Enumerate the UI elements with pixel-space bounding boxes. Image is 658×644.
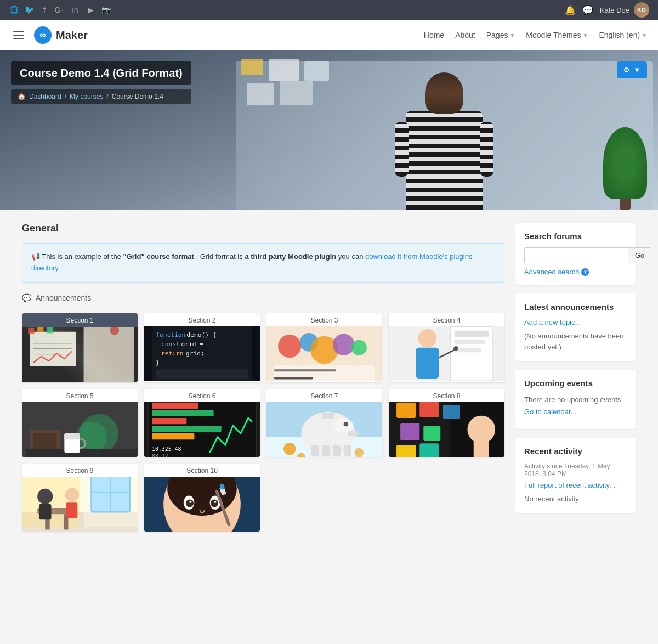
megaphone-icon: 📢	[31, 252, 40, 261]
logo[interactable]: ∞ Maker	[34, 26, 88, 44]
facebook-icon[interactable]: f	[39, 5, 49, 15]
breadcrumb: 🏠 Dashboard / My courses / Course Demo 1…	[11, 89, 191, 104]
advanced-search-label: Advanced search	[524, 268, 579, 276]
section-card-8[interactable]: Section 8	[389, 389, 504, 457]
nav-home[interactable]: Home	[424, 31, 444, 39]
info-icon: ?	[581, 268, 589, 276]
linkedin-icon[interactable]: in	[70, 5, 80, 15]
social-icons: 🌐 🐦 f G+ in ▶ 📷	[9, 5, 111, 15]
svg-text:function: function	[156, 331, 185, 338]
section-card-7[interactable]: Section 7	[266, 389, 382, 457]
svg-rect-31	[455, 330, 489, 336]
recent-activity-title: Recent activity	[524, 447, 627, 456]
section-card-10[interactable]: Section 10	[144, 464, 260, 532]
svg-rect-75	[423, 426, 440, 441]
svg-rect-77	[419, 443, 439, 457]
svg-text:grid =: grid =	[181, 341, 204, 348]
svg-point-67	[354, 448, 364, 456]
moodle-themes-dropdown-arrow: ▼	[582, 32, 588, 38]
section-4-label: Section 4	[389, 313, 504, 326]
sections-grid: Section 1	[22, 313, 504, 532]
breadcrumb-sep2: /	[106, 93, 108, 100]
nav-language[interactable]: English (en) ▼	[599, 31, 647, 39]
search-input[interactable]	[524, 247, 628, 263]
sidebar: Search forums Go Advanced search ? Lates…	[515, 223, 636, 532]
content-area: General 📢 This is an example of the "Gri…	[22, 223, 504, 532]
section-8-image	[389, 402, 504, 457]
no-recent-activity-text: No recent activity	[524, 494, 627, 505]
search-go-button[interactable]: Go	[628, 247, 651, 263]
chat-icon[interactable]: 💬	[582, 5, 593, 15]
googleplus-icon[interactable]: G+	[55, 5, 65, 15]
svg-rect-50	[152, 417, 186, 423]
username: Kate Doe	[600, 6, 629, 14]
nav-about[interactable]: About	[455, 31, 475, 39]
breadcrumb-current: Course Demo 1.4	[112, 93, 163, 100]
section-card-1[interactable]: Section 1	[22, 313, 138, 382]
svg-rect-33	[455, 347, 481, 352]
svg-point-59	[344, 422, 348, 426]
course-title: Course Demo 1.4 (Grid Format)	[11, 61, 191, 85]
go-to-calendar-link[interactable]: Go to calendar...	[524, 408, 627, 416]
section-4-image	[389, 326, 504, 381]
user-info: Kate Doe KD	[600, 2, 649, 18]
hamburger-menu[interactable]	[11, 29, 26, 41]
section-card-5[interactable]: Section 5	[22, 389, 138, 457]
youtube-icon[interactable]: ▶	[86, 5, 95, 15]
svg-rect-90	[66, 502, 77, 518]
svg-point-24	[333, 334, 354, 355]
no-events-text: There are no upcoming events	[524, 394, 627, 405]
twitter-icon[interactable]: 🐦	[24, 5, 34, 15]
svg-point-99	[189, 500, 191, 502]
svg-rect-72	[419, 402, 439, 417]
svg-rect-19	[156, 369, 248, 379]
section-card-4[interactable]: Section 4	[389, 313, 504, 382]
instagram-icon[interactable]: 📷	[101, 5, 111, 15]
search-forums-title: Search forums	[524, 231, 627, 241]
svg-rect-32	[455, 340, 485, 344]
info-bold1: "Grid" course format	[123, 252, 194, 261]
advanced-search-link[interactable]: Advanced search ?	[524, 268, 627, 276]
nav-language-label: English (en)	[599, 31, 640, 39]
navbar: ∞ Maker Home About Pages ▼ Moodle Themes…	[0, 20, 658, 50]
add-new-topic-link[interactable]: Add a new topic...	[524, 318, 627, 326]
bell-icon[interactable]: 🔔	[565, 5, 576, 15]
announcements-icon: 💬	[22, 293, 31, 302]
svg-point-9	[110, 327, 119, 335]
breadcrumb-mycourses[interactable]: My courses	[70, 93, 103, 100]
section-3-label: Section 3	[266, 313, 382, 326]
svg-point-89	[65, 488, 79, 501]
breadcrumb-dashboard[interactable]: Dashboard	[29, 93, 61, 100]
section-10-label: Section 10	[144, 464, 260, 477]
section-9-image	[22, 477, 138, 532]
settings-button[interactable]: ⚙ ▼	[617, 61, 647, 78]
svg-text:10,325.48: 10,325.48	[152, 446, 181, 452]
svg-rect-28	[274, 369, 336, 371]
svg-rect-71	[396, 402, 416, 417]
info-text-suffix: you can	[338, 252, 365, 261]
topbar: 🌐 🐦 f G+ in ▶ 📷 🔔 💬 Kate Doe KD	[0, 0, 658, 20]
section-8-label: Section 8	[389, 389, 504, 402]
svg-text:}: }	[156, 359, 160, 366]
svg-rect-48	[152, 402, 198, 408]
upcoming-events-title: Upcoming events	[524, 379, 627, 388]
svg-rect-5	[84, 327, 134, 382]
svg-text:88.12: 88.12	[152, 453, 168, 457]
announcements-label: Announcements	[36, 293, 91, 302]
topbar-right: 🔔 💬 Kate Doe KD	[565, 2, 649, 18]
section-card-9[interactable]: Section 9	[22, 464, 138, 532]
nav-moodle-themes[interactable]: Moodle Themes ▼	[526, 31, 588, 39]
section-card-3[interactable]: Section 3	[266, 313, 382, 382]
globe-icon[interactable]: 🌐	[9, 5, 19, 15]
full-report-link[interactable]: Full report of recent activity...	[524, 481, 627, 489]
language-dropdown-arrow: ▼	[642, 32, 647, 38]
avatar[interactable]: KD	[634, 2, 649, 18]
svg-rect-63	[333, 445, 341, 456]
info-box: 📢 This is an example of the "Grid" cours…	[22, 243, 504, 283]
svg-point-34	[418, 329, 436, 348]
section-card-6[interactable]: Section 6 10,325.48 88.12	[144, 389, 260, 457]
section-6-image: 10,325.48 88.12	[144, 402, 260, 457]
svg-rect-52	[152, 433, 194, 439]
nav-pages[interactable]: Pages ▼	[486, 31, 515, 39]
section-card-2[interactable]: Section 2 function demo() { const grid =…	[144, 313, 260, 382]
